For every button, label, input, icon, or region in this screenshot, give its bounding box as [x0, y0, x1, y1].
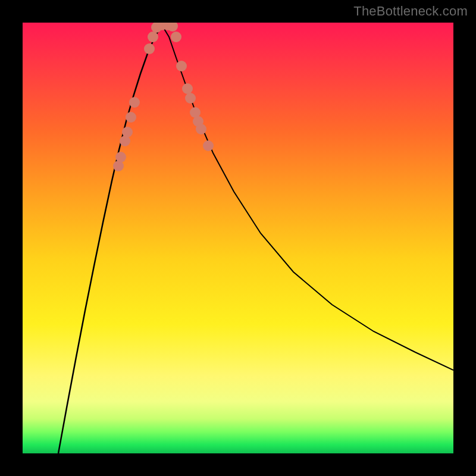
data-point	[203, 140, 214, 151]
data-point	[185, 93, 196, 104]
data-point	[182, 83, 193, 94]
marker-group	[113, 23, 214, 171]
chart-svg	[23, 23, 453, 453]
curve-right	[162, 25, 453, 370]
curve-group	[58, 25, 453, 453]
data-point	[129, 97, 140, 108]
data-point	[176, 61, 187, 71]
data-point	[126, 112, 136, 123]
chart-frame: TheBottleneck.com	[0, 0, 476, 476]
data-point	[122, 127, 133, 137]
watermark-text: TheBottleneck.com	[353, 4, 468, 19]
data-point	[144, 43, 155, 54]
data-point	[196, 124, 206, 134]
curve-left	[58, 25, 162, 453]
data-point	[171, 32, 181, 42]
data-point	[115, 152, 126, 162]
data-point	[148, 32, 158, 42]
chart-plot-area	[23, 23, 453, 453]
